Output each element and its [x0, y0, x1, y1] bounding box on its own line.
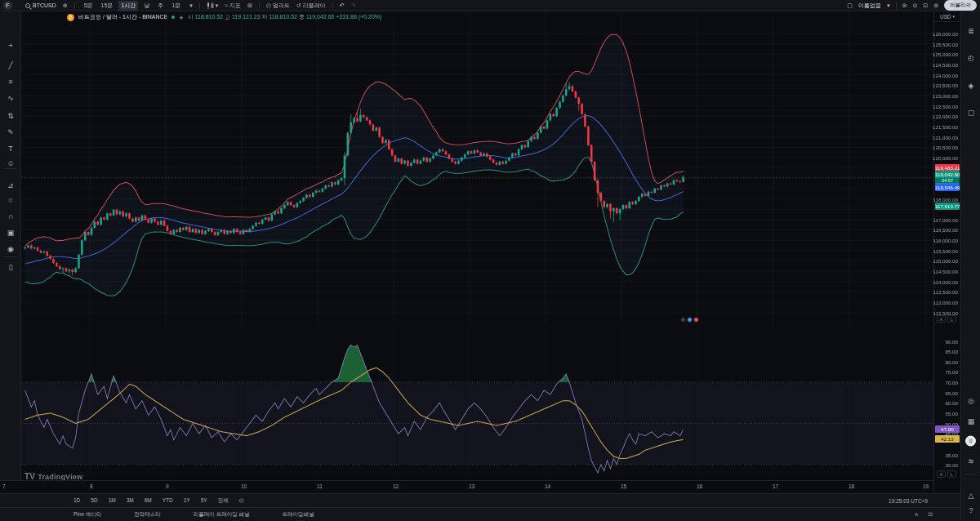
panel-expand-chevron-icon[interactable]: ∧ — [915, 511, 919, 518]
range-button-5D[interactable]: 5D — [91, 497, 97, 505]
toolbar-separator — [896, 2, 897, 9]
last-price-label: 119,042.6034:57 — [935, 171, 960, 184]
chat-icon[interactable]: ▢ — [961, 109, 980, 117]
date-range-toolbar: 1D5D1M3M6MYTD1Y5Y전체 ◴ 19:25:03 UTC+9 — [0, 493, 960, 507]
auto-scale-button[interactable]: A — [937, 315, 946, 323]
crosshair-tool[interactable]: ＋ — [0, 39, 21, 51]
price-axis-label: 120,000.00 — [933, 155, 958, 161]
user-avatar[interactable]: F — [3, 1, 12, 10]
publish-button[interactable]: 퍼블리쉬 — [944, 0, 977, 11]
footer-tab-0[interactable]: Pine 에디터 — [74, 511, 101, 519]
toolbar-separator — [4, 256, 17, 257]
price-axis-label: 120,500.00 — [933, 145, 958, 150]
price-axis-label: 114,500.00 — [933, 269, 958, 274]
text-tool[interactable]: T — [0, 143, 21, 154]
time-axis-label: 13 — [469, 483, 474, 489]
layout-grid-button[interactable]: ⊞ — [247, 2, 252, 9]
layout-name-button[interactable]: 이름없음 — [858, 2, 881, 10]
alert-button[interactable]: ◴ 얼러트 — [266, 2, 290, 10]
fib-retracement-tool[interactable]: ≡ — [0, 76, 21, 87]
range-button-1D[interactable]: 1D — [74, 497, 80, 505]
range-button-3M[interactable]: 3M — [127, 497, 134, 505]
redo-button[interactable]: ↷ — [351, 2, 356, 9]
undo-button[interactable]: ↶ — [340, 2, 345, 9]
calendar-icon[interactable]: ▦ — [961, 417, 980, 425]
footer-tab-2[interactable]: 리플레이 트레이딩 패널 — [194, 511, 250, 519]
bb-lower-label: 117,613.77 — [935, 203, 960, 210]
record-icon[interactable]: ⊙ — [912, 2, 917, 9]
floating-widget[interactable] — [680, 317, 699, 323]
range-button-1Y[interactable]: 1Y — [184, 497, 190, 505]
go-to-date-icon[interactable]: ◴ — [239, 497, 244, 504]
symbol-search[interactable]: BTCUSD — [25, 2, 56, 8]
long-short-position-tool[interactable]: ⇅ — [0, 110, 21, 122]
timeframe-button-주[interactable]: 주 — [155, 1, 166, 11]
btc-logo-icon: ₿ — [67, 14, 74, 21]
range-button-1M[interactable]: 1M — [109, 497, 116, 505]
timeframe-button-날[interactable]: 날 — [141, 1, 152, 11]
zoom-in-tool[interactable]: ○ — [0, 194, 21, 206]
symbol-title[interactable]: 비트코인 / 달러 - 1시간 - BINANCE — [78, 13, 167, 21]
watchlist-icon[interactable]: ≣ — [961, 27, 980, 35]
apps-grid-icon[interactable]: ⠿ — [965, 436, 976, 447]
symbol-legend[interactable]: ₿ 비트코인 / 달러 - 1시간 - BINANCE ❖ 시 118,810.… — [67, 13, 381, 21]
widget-dot-icon[interactable] — [680, 317, 686, 323]
lock-tool[interactable]: ▣ — [0, 227, 21, 238]
clock-display[interactable]: 19:25:03 UTC+9 — [889, 494, 928, 508]
price-axis-label: 118,000.00 — [933, 196, 958, 202]
hide-drawings-tool[interactable]: ◉ — [0, 243, 21, 255]
remove-drawings-tool[interactable]: ▯ — [0, 261, 21, 273]
trend-line-tool[interactable]: ╱ — [0, 60, 21, 71]
range-button-5Y[interactable]: 5Y — [201, 497, 207, 505]
help-icon[interactable]: ? — [961, 506, 980, 514]
object-tree-icon[interactable]: ◈ — [961, 82, 980, 90]
fullscreen-icon[interactable]: ⊡ — [923, 2, 928, 9]
main-chart-canvas[interactable] — [21, 11, 933, 323]
timeframe-dropdown-icon[interactable]: ▾ — [189, 2, 193, 9]
alert-mute-icon[interactable]: ⊘ — [902, 2, 907, 9]
range-button-6M[interactable]: 6M — [145, 497, 152, 505]
auto-scale-button[interactable]: A — [937, 470, 946, 478]
timeframe-button-1분[interactable]: 1분 — [169, 1, 183, 11]
price-axis-label: 30.00 — [946, 462, 958, 468]
indicators-button[interactable]: ≈ 지표 — [225, 2, 241, 10]
currency-selector[interactable]: USD▾ — [934, 11, 960, 22]
widget-dot-icon[interactable] — [693, 317, 699, 323]
log-scale-button[interactable]: L — [947, 470, 956, 478]
timeframe-button-15분[interactable]: 15분 — [99, 1, 116, 11]
compare-add-icon[interactable]: ⊕ — [63, 2, 68, 9]
price-axis-label: 121,500.00 — [933, 124, 958, 130]
alerts-clock-icon[interactable]: ◴ — [961, 54, 980, 62]
panel-maximize-icon[interactable]: ⊡ — [929, 511, 933, 518]
ohlc-values: 시 118,810.52 고 119,121.23 저 118,810.52 종… — [188, 13, 382, 21]
footer-tab-1[interactable]: 전략테스터 — [134, 511, 161, 519]
xabcd-pattern-tool[interactable]: ∿ — [0, 92, 21, 104]
magnet-tool[interactable]: ∩ — [0, 211, 21, 222]
emoji-tool[interactable]: ☺ — [0, 158, 21, 169]
timeframe-button-1시간[interactable]: 1시간 — [118, 1, 138, 11]
ruler-tool[interactable]: ⊿ — [0, 180, 21, 191]
screener-target-icon[interactable]: ◎ — [961, 397, 980, 405]
scale-mode-buttons: AL — [937, 315, 956, 323]
time-axis[interactable]: 78910111213141516171819 — [0, 480, 960, 493]
range-button-YTD[interactable]: YTD — [163, 497, 173, 505]
widget-dot-icon[interactable] — [687, 317, 693, 323]
save-layout-icon[interactable]: ▢ — [847, 2, 853, 9]
price-axis-label: 113,500.00 — [933, 289, 958, 295]
log-scale-button[interactable]: L — [947, 315, 956, 323]
rsi-pane-canvas[interactable] — [21, 323, 933, 480]
replay-button[interactable]: ↺ 리플레이 — [296, 2, 326, 10]
snapshot-camera-icon[interactable]: ⊚ — [933, 2, 938, 9]
notifications-bell-icon[interactable]: △ — [961, 492, 980, 500]
footer-tabs: Pine 에디터전략테스터리플레이 트레이딩 패널트레이딩패널 — [74, 511, 314, 519]
range-button-전체[interactable]: 전체 — [218, 497, 229, 505]
data-feed-icon[interactable]: ≋ — [961, 457, 980, 465]
chart-style-button[interactable]: ▾ — [207, 2, 219, 9]
price-axis-label: 80.00 — [946, 358, 958, 364]
layout-dropdown-icon[interactable]: ▾ — [887, 2, 890, 9]
footer-tab-3[interactable]: 트레이딩패널 — [282, 511, 314, 519]
chart-area[interactable]: ₿ 비트코인 / 달러 - 1시간 - BINANCE ❖ 시 118,810.… — [21, 11, 933, 480]
brush-tool[interactable]: ✎ — [0, 127, 21, 138]
price-axis[interactable]: USD▾ 126,000.00125,500.00125,000.00124,5… — [933, 11, 960, 493]
timeframe-button-5분[interactable]: 5분 — [82, 1, 96, 11]
